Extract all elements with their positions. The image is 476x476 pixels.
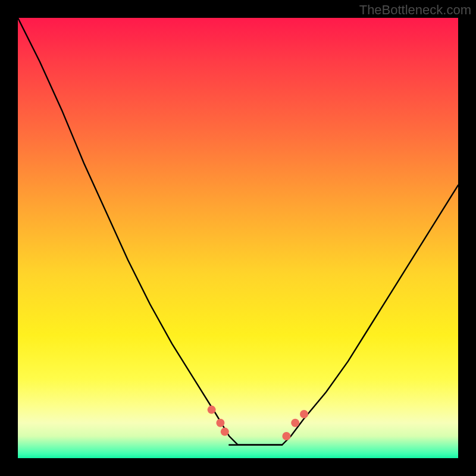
marker-dot [216,419,224,427]
optimal-range-markers [208,406,308,440]
chart-frame: TheBottleneck.com [0,0,476,476]
marker-dot [291,419,299,427]
watermark-text: TheBottleneck.com [359,2,471,18]
marker-dot [282,432,290,440]
bottleneck-curve [18,18,458,445]
plot-area [18,18,458,458]
marker-dot [221,428,229,436]
chart-svg [18,18,458,458]
marker-dot [208,406,216,414]
marker-dot [300,410,308,418]
